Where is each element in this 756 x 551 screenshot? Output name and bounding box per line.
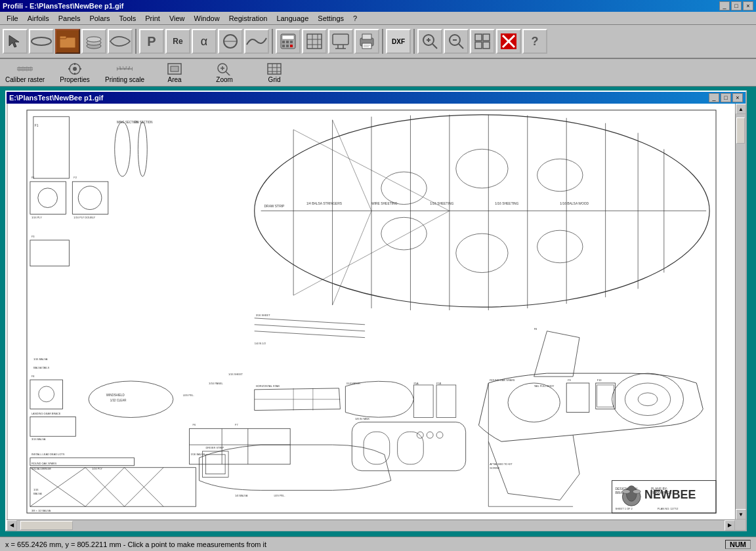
- svg-text:DRAW STRIP: DRAW STRIP: [264, 205, 285, 209]
- menu-registration[interactable]: Registration: [225, 13, 272, 24]
- svg-text:WINDSHIELD: WINDSHIELD: [106, 394, 125, 397]
- svg-rect-15: [286, 45, 289, 47]
- scroll-left-btn[interactable]: ◀: [7, 520, 17, 531]
- layers-btn[interactable]: [81, 29, 106, 54]
- caliber-raster-tool[interactable]: Caliber raster: [5, 62, 45, 83]
- svg-text:3/16 SHEET: 3/16 SHEET: [256, 314, 271, 317]
- zoom-out-btn[interactable]: [444, 29, 469, 54]
- arrow-tool-btn[interactable]: [3, 29, 28, 54]
- grid-table-btn[interactable]: [302, 29, 327, 54]
- status-coordinates: x = 655.2426 mm, y = 805.2211 mm - Click…: [5, 541, 266, 548]
- grid-label: Grid: [268, 76, 281, 83]
- svg-rect-17: [307, 34, 322, 49]
- printing-scale-tool[interactable]: 0 1 2 3 Printing scale: [105, 62, 144, 83]
- sub-window-title: E:\PlansTest\NewBee p1.gif: [9, 94, 103, 102]
- svg-rect-13: [290, 41, 293, 43]
- alpha-btn[interactable]: α: [192, 29, 217, 54]
- display-btn[interactable]: [328, 29, 353, 54]
- app-title: Profili - E:\PlansTest\NewBee p1.gif: [3, 2, 123, 10]
- svg-rect-70: [171, 66, 178, 71]
- area-tool[interactable]: Area: [155, 62, 194, 83]
- svg-text:TAIL FULL BODY: TAIL FULL BODY: [534, 384, 555, 388]
- sub-maximize-btn[interactable]: □: [721, 93, 731, 102]
- svg-text:3/8 IN TANK: 3/8 IN TANK: [355, 417, 369, 420]
- svg-text:1/32 CLEAR: 1/32 CLEAR: [110, 399, 127, 402]
- svg-text:1/32 ALUMINUM: 1/32 ALUMINUM: [32, 467, 51, 470]
- menu-tools[interactable]: Tools: [116, 13, 140, 24]
- menu-print[interactable]: Print: [141, 13, 164, 24]
- scroll-up-btn[interactable]: ▲: [736, 104, 746, 114]
- status-bar: x = 655.2426 mm, y = 805.2211 mm - Click…: [0, 537, 756, 551]
- svg-text:F5B: F5B: [436, 382, 442, 385]
- airfoil-oval-btn[interactable]: [29, 29, 54, 54]
- svg-rect-27: [362, 34, 371, 39]
- sub-title-controls: _ □ ×: [709, 93, 743, 102]
- drawing-area[interactable]: F1 WING SECTION FIN SECTION F1 1/16 PLY …: [8, 104, 735, 520]
- svg-rect-10: [282, 35, 294, 39]
- svg-line-72: [226, 71, 231, 75]
- svg-text:F1: F1: [35, 124, 39, 127]
- caliber-raster-icon: [17, 62, 33, 75]
- grid-view-btn[interactable]: [470, 29, 495, 54]
- minimize-btn[interactable]: _: [719, 1, 730, 10]
- grid-tool[interactable]: Grid: [255, 62, 294, 83]
- svg-text:ROUND OAK SPARS: ROUND OAK SPARS: [32, 462, 57, 465]
- maximize-btn[interactable]: □: [731, 1, 742, 10]
- menu-window[interactable]: Window: [190, 13, 224, 24]
- svg-text:F1: F1: [32, 176, 35, 179]
- menu-file[interactable]: File: [3, 13, 22, 24]
- re-btn[interactable]: Re: [165, 29, 190, 54]
- area-label: Area: [168, 76, 182, 83]
- menu-language[interactable]: Language: [272, 13, 312, 24]
- zoom-in-btn[interactable]: [417, 29, 442, 54]
- menu-polars[interactable]: Polars: [85, 13, 114, 24]
- title-bar-controls: _ □ ×: [719, 1, 753, 10]
- properties-tool[interactable]: Properties: [55, 62, 94, 83]
- svg-rect-22: [333, 34, 348, 45]
- svg-point-1: [32, 37, 51, 45]
- svg-text:ROUND OAK SPARS: ROUND OAK SPARS: [490, 378, 515, 382]
- calc-btn[interactable]: [276, 29, 301, 54]
- svg-line-36: [459, 44, 463, 49]
- menu-settings[interactable]: Settings: [314, 13, 348, 24]
- printer-btn[interactable]: [354, 29, 379, 54]
- scroll-right-btn[interactable]: ▶: [724, 520, 735, 531]
- zoom-tool[interactable]: Zoom: [205, 62, 244, 83]
- menu-view[interactable]: View: [165, 13, 189, 24]
- blueprint-svg: F1 WING SECTION FIN SECTION F1 1/16 PLY …: [8, 104, 735, 520]
- svg-text:FIN SECTION: FIN SECTION: [134, 121, 152, 124]
- sub-close-btn[interactable]: ×: [732, 93, 743, 102]
- folder-btn[interactable]: [55, 29, 80, 54]
- wave-btn[interactable]: [244, 29, 269, 54]
- svg-text:1/16 SHEETING: 1/16 SHEETING: [430, 202, 453, 205]
- svg-rect-3: [60, 36, 66, 39]
- dxf-btn[interactable]: DXF: [386, 29, 411, 54]
- vertical-scrollbar[interactable]: ▲ ▼: [735, 104, 746, 520]
- scroll-down-btn[interactable]: ▼: [736, 509, 746, 520]
- wing-shape-btn[interactable]: [108, 29, 133, 54]
- svg-text:1/16 SHEETING: 1/16 SHEETING: [495, 202, 518, 205]
- svg-text:SHEET 1 OF 2: SHEET 1 OF 2: [615, 507, 632, 510]
- help-btn[interactable]: ?: [522, 29, 547, 54]
- svg-text:FRANK PAGE: FRANK PAGE: [651, 491, 672, 495]
- svg-text:1/16: 1/16: [33, 488, 39, 491]
- svg-text:3/8 × 1/2 BALSA: 3/8 × 1/2 BALSA: [32, 509, 51, 512]
- svg-point-54: [73, 67, 77, 71]
- cross-mark-btn[interactable]: [496, 29, 521, 54]
- svg-text:1/4 BALSA: 1/4 BALSA: [235, 494, 248, 497]
- svg-text:F4: F4: [32, 375, 35, 378]
- svg-text:1/16 PLY: 1/16 PLY: [32, 216, 42, 219]
- circle-btn[interactable]: [218, 29, 243, 54]
- properties-label: Properties: [60, 76, 90, 83]
- horizontal-scrollbar[interactable]: ◀ ▶: [7, 520, 735, 530]
- menu-help[interactable]: ?: [349, 13, 361, 24]
- print-p-btn[interactable]: P: [139, 29, 164, 54]
- sub-minimize-btn[interactable]: _: [709, 93, 719, 102]
- close-btn[interactable]: ×: [743, 1, 753, 10]
- svg-text:F8: F8: [534, 327, 537, 331]
- menu-airfoils[interactable]: Airfoils: [24, 13, 53, 24]
- sub-title-bar: E:\PlansTest\NewBee p1.gif _ □ ×: [7, 92, 746, 104]
- svg-text:1/4 BALSA STRINGERS: 1/4 BALSA STRINGERS: [306, 202, 343, 205]
- menu-panels[interactable]: Panels: [54, 13, 85, 24]
- svg-text:3/16 BALSA: 3/16 BALSA: [191, 453, 205, 456]
